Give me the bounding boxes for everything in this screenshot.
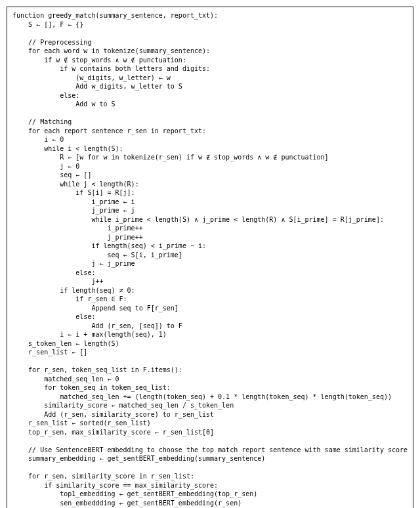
pseudocode-listing: function greedy_match(summary_sentence, … [7,7,413,508]
